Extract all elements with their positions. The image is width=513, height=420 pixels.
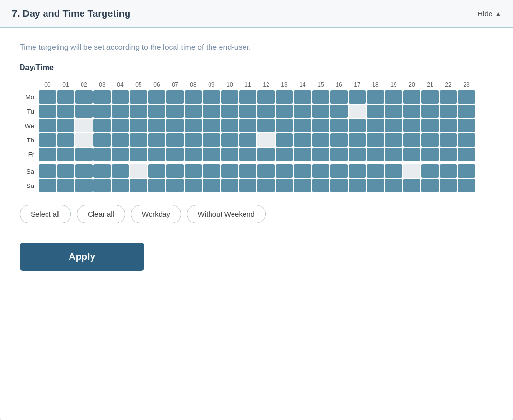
grid-cell[interactable] xyxy=(403,148,420,161)
grid-cell[interactable] xyxy=(440,90,457,104)
grid-cell[interactable] xyxy=(185,119,202,132)
grid-cell[interactable] xyxy=(112,179,129,192)
grid-cell[interactable] xyxy=(239,133,256,147)
grid-cell[interactable] xyxy=(440,148,457,161)
grid-cell[interactable] xyxy=(112,133,129,147)
grid-cell[interactable] xyxy=(203,179,220,192)
grid-cell[interactable] xyxy=(75,148,93,161)
grid-cell[interactable] xyxy=(385,90,402,104)
grid-cell[interactable] xyxy=(185,148,202,161)
grid-cell[interactable] xyxy=(112,105,129,118)
grid-cell[interactable] xyxy=(421,133,439,147)
grid-cell[interactable] xyxy=(148,164,165,178)
grid-cell[interactable] xyxy=(330,133,348,147)
grid-cell[interactable] xyxy=(221,90,238,104)
grid-cell[interactable] xyxy=(239,90,256,104)
grid-cell[interactable] xyxy=(276,133,293,147)
grid-cell[interactable] xyxy=(75,164,93,178)
grid-cell[interactable] xyxy=(403,105,420,118)
grid-cell[interactable] xyxy=(112,90,129,104)
grid-cell[interactable] xyxy=(39,164,56,178)
grid-cell[interactable] xyxy=(403,90,420,104)
grid-cell[interactable] xyxy=(312,179,329,192)
grid-cell[interactable] xyxy=(421,119,439,132)
grid-cell[interactable] xyxy=(75,179,93,192)
grid-cell[interactable] xyxy=(239,164,256,178)
grid-cell[interactable] xyxy=(312,133,329,147)
grid-cell[interactable] xyxy=(312,148,329,161)
grid-cell[interactable] xyxy=(148,119,165,132)
grid-cell[interactable] xyxy=(385,133,402,147)
grid-cell[interactable] xyxy=(421,164,439,178)
grid-cell[interactable] xyxy=(349,164,366,178)
grid-cell[interactable] xyxy=(185,90,202,104)
grid-cell[interactable] xyxy=(385,148,402,161)
grid-cell[interactable] xyxy=(458,105,475,118)
grid-cell[interactable] xyxy=(294,90,311,104)
grid-cell[interactable] xyxy=(349,148,366,161)
grid-cell[interactable] xyxy=(130,179,147,192)
select-all-button[interactable]: Select all xyxy=(20,205,71,223)
grid-cell[interactable] xyxy=(93,133,111,147)
grid-cell[interactable] xyxy=(57,90,74,104)
grid-cell[interactable] xyxy=(421,179,439,192)
grid-cell[interactable] xyxy=(421,90,439,104)
grid-cell[interactable] xyxy=(257,164,275,178)
grid-cell[interactable] xyxy=(148,148,165,161)
grid-cell[interactable] xyxy=(221,179,238,192)
grid-cell[interactable] xyxy=(148,90,165,104)
grid-cell[interactable] xyxy=(312,164,329,178)
grid-cell[interactable] xyxy=(294,119,311,132)
grid-cell[interactable] xyxy=(367,148,384,161)
grid-cell[interactable] xyxy=(294,105,311,118)
grid-cell[interactable] xyxy=(367,119,384,132)
grid-cell[interactable] xyxy=(166,119,184,132)
grid-cell[interactable] xyxy=(130,133,147,147)
grid-cell[interactable] xyxy=(93,105,111,118)
grid-cell[interactable] xyxy=(312,119,329,132)
grid-cell[interactable] xyxy=(57,105,74,118)
grid-cell[interactable] xyxy=(257,105,275,118)
grid-cell[interactable] xyxy=(93,164,111,178)
grid-cell[interactable] xyxy=(367,90,384,104)
grid-cell[interactable] xyxy=(239,179,256,192)
grid-cell[interactable] xyxy=(276,164,293,178)
grid-cell[interactable] xyxy=(276,90,293,104)
grid-cell[interactable] xyxy=(148,133,165,147)
grid-cell[interactable] xyxy=(385,105,402,118)
grid-cell[interactable] xyxy=(185,164,202,178)
grid-cell[interactable] xyxy=(39,105,56,118)
grid-cell[interactable] xyxy=(203,105,220,118)
grid-cell[interactable] xyxy=(367,179,384,192)
grid-cell[interactable] xyxy=(421,148,439,161)
grid-cell[interactable] xyxy=(276,148,293,161)
grid-cell[interactable] xyxy=(185,105,202,118)
grid-cell[interactable] xyxy=(330,105,348,118)
grid-cell[interactable] xyxy=(148,179,165,192)
grid-cell[interactable] xyxy=(276,179,293,192)
grid-cell[interactable] xyxy=(294,179,311,192)
grid-cell[interactable] xyxy=(239,105,256,118)
grid-cell[interactable] xyxy=(185,133,202,147)
grid-cell[interactable] xyxy=(203,90,220,104)
grid-cell[interactable] xyxy=(440,164,457,178)
grid-cell[interactable] xyxy=(39,119,56,132)
grid-cell[interactable] xyxy=(203,164,220,178)
grid-cell[interactable] xyxy=(57,133,74,147)
grid-cell[interactable] xyxy=(203,119,220,132)
grid-cell[interactable] xyxy=(239,119,256,132)
workday-button[interactable]: Workday xyxy=(131,205,181,223)
grid-cell[interactable] xyxy=(75,119,93,132)
grid-cell[interactable] xyxy=(367,133,384,147)
grid-cell[interactable] xyxy=(330,148,348,161)
grid-cell[interactable] xyxy=(221,164,238,178)
grid-cell[interactable] xyxy=(257,133,275,147)
grid-cell[interactable] xyxy=(458,119,475,132)
grid-cell[interactable] xyxy=(403,133,420,147)
grid-cell[interactable] xyxy=(367,164,384,178)
grid-cell[interactable] xyxy=(385,119,402,132)
grid-cell[interactable] xyxy=(93,148,111,161)
grid-cell[interactable] xyxy=(312,105,329,118)
grid-cell[interactable] xyxy=(458,164,475,178)
grid-cell[interactable] xyxy=(349,90,366,104)
